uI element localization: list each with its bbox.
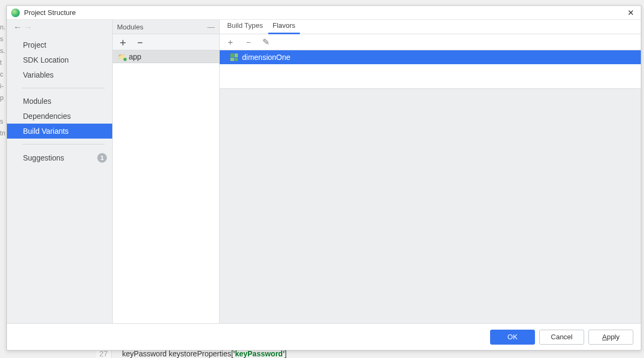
dialog-footer: OK Cancel Apply xyxy=(7,323,641,350)
module-entry-app[interactable]: app xyxy=(113,50,219,63)
tab-flavors[interactable]: Flavors xyxy=(268,19,300,34)
add-flavor-icon[interactable]: ＋ xyxy=(226,38,235,47)
close-icon[interactable]: ✕ xyxy=(625,7,637,19)
project-structure-dialog: Project Structure ✕ ← → Project SDK Loca… xyxy=(6,5,641,351)
remove-flavor-icon[interactable]: － xyxy=(244,38,253,47)
edit-flavor-icon[interactable]: ✎ xyxy=(262,38,269,47)
flavor-grid-icon xyxy=(230,54,238,61)
flavor-list-empty xyxy=(220,64,641,89)
sidebar-item-suggestions[interactable]: Suggestions 1 xyxy=(7,150,112,166)
flavor-toolbar: ＋ － ✎ xyxy=(220,34,641,50)
suggestions-badge: 1 xyxy=(97,153,107,163)
ok-button[interactable]: OK xyxy=(490,330,535,345)
remove-module-icon[interactable]: － xyxy=(135,37,145,47)
background-editor-bottom: 27keyPassword keystoreProperties['keyPas… xyxy=(96,349,286,358)
sidebar-item-modules[interactable]: Modules xyxy=(7,94,112,109)
modules-column: Modules — ＋ － app xyxy=(113,20,220,323)
module-folder-icon xyxy=(117,53,126,60)
sidebar: ← → Project SDK Location Variables Modul… xyxy=(7,20,113,323)
sidebar-item-dependencies[interactable]: Dependencies xyxy=(7,109,112,124)
cancel-button[interactable]: Cancel xyxy=(539,330,584,345)
sidebar-item-variables[interactable]: Variables xyxy=(7,67,112,82)
minimize-icon[interactable]: — xyxy=(207,22,215,31)
sidebar-item-build-variants[interactable]: Build Variants xyxy=(7,124,112,139)
flavor-row-dimensionone[interactable]: dimensionOne xyxy=(220,50,641,64)
back-arrow-icon[interactable]: ← xyxy=(13,22,22,32)
sidebar-divider xyxy=(22,144,105,144)
dialog-title: Project Structure xyxy=(24,9,76,17)
modules-empty-area xyxy=(113,63,219,323)
flavor-details-empty xyxy=(220,89,641,323)
modules-toolbar: ＋ － xyxy=(113,34,219,50)
sidebar-divider xyxy=(22,88,105,88)
nav-arrows: ← → xyxy=(7,20,112,34)
line-number: 27 xyxy=(96,349,112,358)
tab-build-types[interactable]: Build Types xyxy=(223,19,267,34)
background-editor-left: n. s s. t c i- p s tn xyxy=(0,21,6,139)
forward-arrow-icon[interactable]: → xyxy=(24,22,33,32)
titlebar: Project Structure ✕ xyxy=(7,6,641,20)
apply-button[interactable]: Apply xyxy=(588,330,633,345)
android-studio-icon xyxy=(11,9,20,17)
add-module-icon[interactable]: ＋ xyxy=(118,37,128,47)
tab-bar: Build Types Flavors xyxy=(220,20,641,34)
sidebar-item-project[interactable]: Project xyxy=(7,37,112,52)
sidebar-item-sdk-location[interactable]: SDK Location xyxy=(7,52,112,67)
modules-header: Modules — xyxy=(113,20,219,34)
main-panel: Build Types Flavors ＋ － ✎ dimensionOne xyxy=(220,20,641,323)
